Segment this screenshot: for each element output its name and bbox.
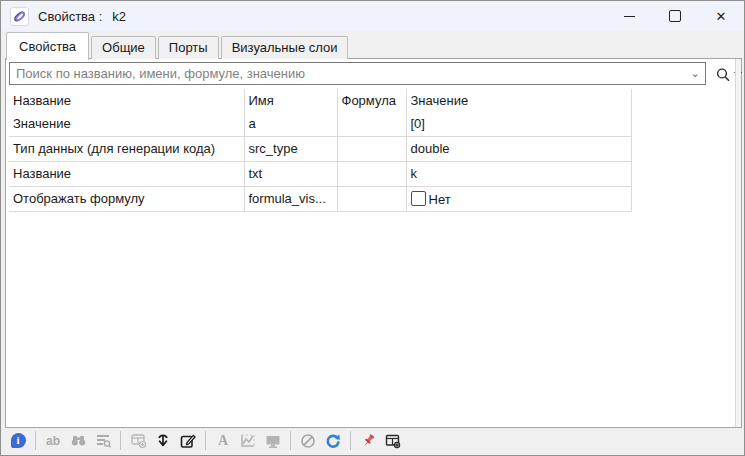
chevron-down-icon[interactable]: ⌄ xyxy=(689,67,701,79)
app-logo-icon xyxy=(10,7,29,26)
prop-value-checkbox-cell: Нет xyxy=(406,186,631,211)
add-table-icon[interactable] xyxy=(129,432,147,450)
prop-formula[interactable] xyxy=(337,186,406,211)
prop-name: Тип данных (для генерации кода) xyxy=(9,136,244,161)
column-header-id[interactable]: Имя xyxy=(244,89,337,111)
column-header-formula[interactable]: Формула xyxy=(337,89,406,111)
toolbar-separator xyxy=(290,431,291,450)
tab-general[interactable]: Общие xyxy=(91,36,156,59)
tab-ports[interactable]: Порты xyxy=(158,36,219,59)
table-row[interactable]: Тип данных (для генерации кода) src_type… xyxy=(9,136,631,161)
table-settings-icon[interactable] xyxy=(384,432,402,450)
minimize-button[interactable] xyxy=(606,1,652,31)
refresh-icon[interactable] xyxy=(324,432,342,450)
font-icon[interactable]: A xyxy=(214,432,232,450)
find-in-list-icon[interactable] xyxy=(94,432,112,450)
prop-value[interactable]: k xyxy=(406,161,631,186)
pin-icon[interactable] xyxy=(359,432,377,450)
prop-name: Название xyxy=(9,161,244,186)
column-header-value[interactable]: Значение xyxy=(406,89,631,111)
prop-id: formula_vis... xyxy=(244,186,337,211)
title-bar: Свойства : k2 ✕ xyxy=(1,1,744,31)
vertical-scrollbar[interactable] xyxy=(735,59,741,427)
maximize-icon xyxy=(669,10,681,22)
table-header-row: Название Имя Формула Значение xyxy=(9,89,631,111)
properties-window: Свойства : k2 ✕ Свойства Общие Порты Виз… xyxy=(0,0,745,456)
prop-id: a xyxy=(244,111,337,136)
checkbox-unchecked[interactable] xyxy=(411,191,426,206)
prop-formula[interactable] xyxy=(337,136,406,161)
prop-name: Отображать формулу xyxy=(9,186,244,211)
prop-value[interactable]: [0] xyxy=(406,111,631,136)
binoculars-find-icon[interactable] xyxy=(69,432,87,450)
table-row[interactable]: Название txt k xyxy=(9,161,631,186)
prop-formula[interactable] xyxy=(337,161,406,186)
tab-properties[interactable]: Свойства xyxy=(6,32,89,60)
window-title-object: k2 xyxy=(112,9,126,24)
prop-name: Значение xyxy=(9,111,244,136)
toolbar-separator xyxy=(205,431,206,450)
tab-visual-layers[interactable]: Визуальные слои xyxy=(221,36,349,59)
toolbar-separator xyxy=(350,431,351,450)
prop-id: txt xyxy=(244,161,337,186)
properties-table: Название Имя Формула Значение Значение a… xyxy=(9,89,632,212)
display-icon[interactable] xyxy=(264,432,282,450)
close-button[interactable]: ✕ xyxy=(698,1,744,31)
prop-formula[interactable] xyxy=(337,111,406,136)
bottom-toolbar: i ab xyxy=(2,427,743,454)
column-header-name[interactable]: Название xyxy=(9,89,244,111)
edit-icon[interactable] xyxy=(179,432,197,450)
info-icon[interactable]: i xyxy=(9,432,27,450)
content-panel: ⌄ Название Имя Формула Значение Значение xyxy=(5,58,742,428)
toolbar-separator xyxy=(35,431,36,450)
import-arrow-icon[interactable] xyxy=(154,432,172,450)
table-row[interactable]: Значение a [0] xyxy=(9,111,631,136)
search-icon xyxy=(715,67,731,83)
table-row[interactable]: Отображать формулу formula_vis... Нет xyxy=(9,186,631,211)
toolbar-separator xyxy=(120,431,121,450)
window-title: Свойства : xyxy=(38,9,102,24)
maximize-button[interactable] xyxy=(652,1,698,31)
search-row: ⌄ xyxy=(9,62,739,86)
prop-value[interactable]: double xyxy=(406,136,631,161)
checkbox-label: Нет xyxy=(429,192,451,207)
tab-strip: Свойства Общие Порты Визуальные слои xyxy=(1,31,744,59)
prop-id: src_type xyxy=(244,136,337,161)
minimize-icon xyxy=(624,16,635,17)
close-icon: ✕ xyxy=(716,10,727,23)
search-input[interactable] xyxy=(9,62,706,85)
chart-icon[interactable] xyxy=(239,432,257,450)
disable-icon[interactable] xyxy=(299,432,317,450)
rename-icon[interactable]: ab xyxy=(44,432,62,450)
